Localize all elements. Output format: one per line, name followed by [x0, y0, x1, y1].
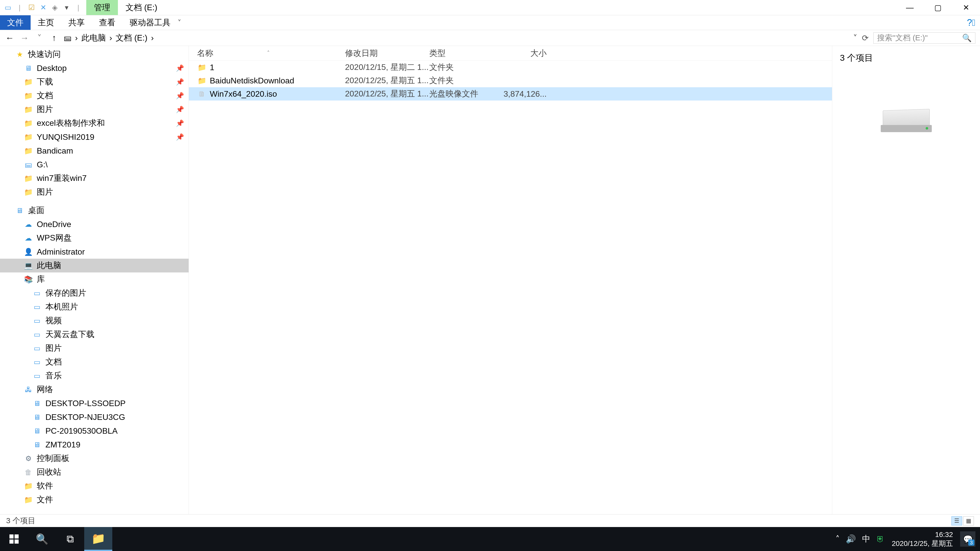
file-size: 3,874,126... [501, 89, 547, 99]
nav-quick-item[interactable]: 🖴G:\ [0, 158, 189, 171]
tray-expand-icon[interactable]: ˄ [835, 534, 840, 544]
nav-library-item[interactable]: ▭视频 [0, 314, 189, 327]
nav-library-item[interactable]: ▭音乐 [0, 369, 189, 383]
nav-network-item[interactable]: 🖥ZMT2019 [0, 438, 189, 451]
ime-indicator[interactable]: 中 [862, 534, 870, 545]
file-list-pane: 名称 ˄ 修改日期 类型 大小 📁12020/12/15, 星期二 1...文件… [189, 46, 832, 514]
file-name: BaiduNetdiskDownload [210, 76, 345, 86]
folder-icon: 📁 [91, 532, 105, 545]
network-icon: 🖧 [24, 386, 33, 394]
nav-quick-item[interactable]: 📁Bandicam [0, 144, 189, 158]
back-button[interactable]: ← [5, 33, 15, 43]
help-icon[interactable]: ?⃝ [967, 15, 975, 30]
task-view-button[interactable]: ⧉ [56, 527, 84, 551]
qat-separator: | [15, 3, 24, 13]
file-date: 2020/12/25, 星期五 1... [345, 75, 429, 86]
nav-library-item[interactable]: ▭保存的图片 [0, 286, 189, 300]
nav-label: Bandicam [37, 146, 73, 156]
search-icon[interactable]: 🔍 [962, 33, 972, 42]
nav-label: 音乐 [45, 370, 62, 381]
address-dropdown-icon[interactable]: ˅ [853, 33, 857, 43]
nav-network-item[interactable]: 🖥DESKTOP-LSSOEDP [0, 396, 189, 410]
start-button[interactable] [0, 527, 28, 551]
nav-network[interactable]: 🖧 网络 [0, 383, 189, 396]
ribbon-tab-share[interactable]: 共享 [61, 15, 92, 30]
nav-quick-item[interactable]: 🖥Desktop📌 [0, 61, 189, 75]
volume-icon[interactable]: 🔊 [846, 534, 856, 544]
nav-quick-item[interactable]: 📁文档📌 [0, 89, 189, 103]
navigation-pane[interactable]: ★ 快速访问 🖥Desktop📌📁下载📌📁文档📌📁图片📌📁excel表格制作求和… [0, 46, 189, 514]
nav-folder-files[interactable]: 📁 文件 [0, 493, 189, 507]
column-header-date[interactable]: 修改日期 [345, 48, 429, 59]
ribbon-expand-icon[interactable]: ˅ [178, 15, 181, 30]
close-doc-icon[interactable]: ✕ [38, 3, 48, 13]
ribbon-tab-view[interactable]: 查看 [92, 15, 123, 30]
nav-desktop-item[interactable]: ☁WPS网盘 [0, 231, 189, 245]
nav-desktop-item[interactable]: 💻此电脑 [0, 259, 189, 272]
drive-icon: 🖴 [24, 160, 33, 169]
library-icon: ▭ [33, 317, 41, 325]
taskbar-clock[interactable]: 16:32 2020/12/25, 星期五 [892, 530, 953, 548]
nav-quick-item[interactable]: 📁win7重装win7 [0, 171, 189, 185]
chevron-right-icon: › [151, 33, 154, 43]
breadcrumb-path[interactable]: 🖴 › 此电脑 › 文档 (E:) › [64, 32, 849, 44]
nav-folder-software[interactable]: 📁 软件 [0, 479, 189, 493]
column-header-name[interactable]: 名称 ˄ [197, 48, 345, 59]
nav-quick-item[interactable]: 📁YUNQISHI2019📌 [0, 130, 189, 144]
column-header-type[interactable]: 类型 [429, 48, 501, 59]
ribbon-tab-file[interactable]: 文件 [0, 15, 30, 30]
search-input[interactable]: 搜索"文档 (E:)" 🔍 [873, 32, 975, 44]
breadcrumb-item[interactable]: 文档 (E:) [116, 32, 147, 44]
library-icon: ▭ [33, 289, 41, 297]
nav-network-item[interactable]: 🖥DESKTOP-NJEU3CG [0, 410, 189, 424]
view-icons-button[interactable]: ▦ [963, 516, 974, 526]
close-button[interactable]: ✕ [952, 0, 980, 15]
nav-quick-item[interactable]: 📁图片📌 [0, 103, 189, 116]
column-header-size[interactable]: 大小 [501, 48, 547, 59]
context-tab-manage[interactable]: 管理 [86, 0, 118, 15]
nav-desktop-item[interactable]: 📚库 [0, 272, 189, 286]
notification-center[interactable]: 💬 3 [960, 531, 975, 547]
nav-recycle-bin[interactable]: 🗑 回收站 [0, 465, 189, 479]
system-tray[interactable]: ˄ 🔊 中 ⛨ [835, 534, 885, 545]
refresh-button[interactable]: ⟳ [862, 33, 869, 43]
search-button[interactable]: 🔍 [28, 527, 56, 551]
recent-dropdown[interactable]: ˅ [34, 33, 45, 43]
file-row[interactable]: 📁12020/12/15, 星期二 1...文件夹 [189, 61, 832, 74]
nav-label: 文件 [37, 494, 53, 505]
nav-library-item[interactable]: ▭图片 [0, 341, 189, 355]
nav-quick-access[interactable]: ★ 快速访问 [0, 48, 189, 61]
qat-dropdown-icon[interactable]: ▾ [62, 3, 72, 13]
ribbon-tab-drive-tools[interactable]: 驱动器工具 [123, 15, 178, 30]
forward-button[interactable]: → [19, 33, 30, 43]
nav-library-item[interactable]: ▭本机照片 [0, 300, 189, 314]
taskbar: 🔍 ⧉ 📁 ˄ 🔊 中 ⛨ 16:32 2020/12/25, 星期五 💬 3 [0, 527, 980, 551]
cloud-icon: ☁ [24, 234, 33, 242]
properties-icon[interactable]: ◈ [50, 3, 60, 13]
app-icon: ▭ [3, 3, 13, 13]
nav-label: 下载 [37, 76, 53, 87]
nav-library-item[interactable]: ▭天翼云盘下载 [0, 327, 189, 341]
file-row[interactable]: 🗎Win7x64_2020.iso2020/12/25, 星期五 1...光盘映… [189, 87, 832, 100]
minimize-button[interactable]: — [896, 0, 924, 15]
nav-label: 图片 [37, 186, 53, 198]
maximize-button[interactable]: ▢ [924, 0, 952, 15]
nav-quick-item[interactable]: 📁图片 [0, 185, 189, 199]
security-icon[interactable]: ⛨ [877, 534, 885, 544]
folder-icon: 📁 [197, 76, 207, 85]
view-details-button[interactable]: ☰ [951, 516, 962, 526]
nav-quick-item[interactable]: 📁下载📌 [0, 75, 189, 89]
taskbar-explorer[interactable]: 📁 [84, 527, 112, 551]
nav-control-panel[interactable]: ⚙ 控制面板 [0, 451, 189, 465]
file-row[interactable]: 📁BaiduNetdiskDownload2020/12/25, 星期五 1..… [189, 74, 832, 87]
breadcrumb-item[interactable]: 此电脑 [81, 32, 106, 44]
nav-desktop-item[interactable]: ☁OneDrive [0, 218, 189, 231]
nav-library-item[interactable]: ▭文档 [0, 355, 189, 369]
nav-network-item[interactable]: 🖥PC-20190530OBLA [0, 424, 189, 438]
up-button[interactable]: ↑ [49, 33, 59, 43]
nav-desktop[interactable]: 🖥 桌面 [0, 203, 189, 218]
nav-desktop-item[interactable]: 👤Administrator [0, 245, 189, 259]
ribbon-tab-home[interactable]: 主页 [30, 15, 61, 30]
nav-quick-item[interactable]: 📁excel表格制作求和📌 [0, 116, 189, 130]
checkbox-icon[interactable]: ☑ [27, 3, 36, 13]
